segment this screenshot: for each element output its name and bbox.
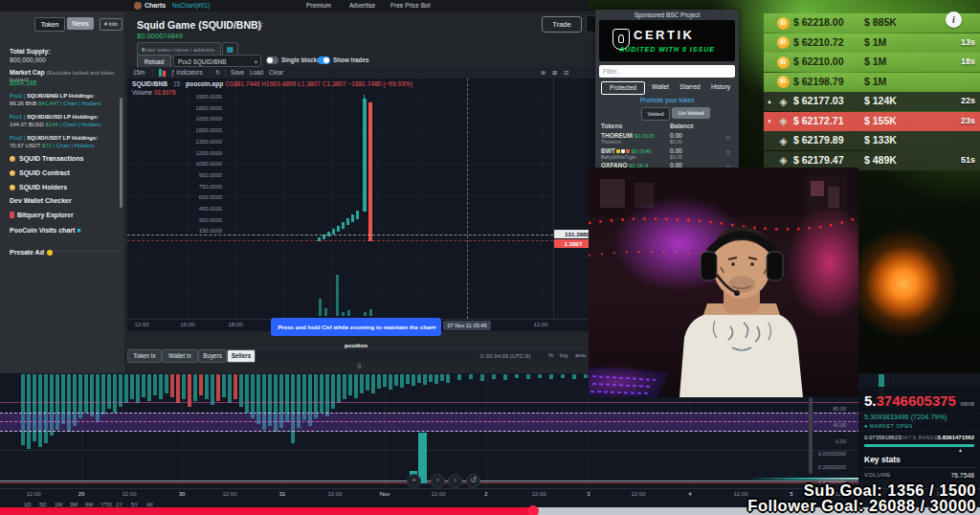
volume-bar	[503, 374, 507, 380]
audited-label: AUDITED WITH 0 ISSUE	[599, 46, 735, 53]
range-marker-icon: ▲	[958, 447, 963, 453]
sidebar-item-visits-chart[interactable]: PooCoin Visits chart ■	[10, 227, 81, 234]
volume-bar	[417, 374, 421, 383]
sidebar-item[interactable]: SQUID Transactions	[10, 155, 83, 162]
tab-news[interactable]: News	[67, 17, 94, 30]
info-icon[interactable]: i	[946, 11, 962, 28]
certik-tab-wallet[interactable]: Wallet	[647, 81, 674, 93]
coin-icon	[777, 36, 790, 49]
volume-bar	[360, 374, 364, 393]
certik-tab-history[interactable]: History	[706, 81, 735, 93]
volume-bar	[406, 374, 410, 384]
volume-bar	[159, 374, 163, 399]
lp-holding: Pcv2 | SQUID/USDT LP Holdings:70.67 USDT…	[10, 134, 122, 149]
network-selector[interactable]: NoChart(#01)	[172, 2, 210, 9]
ticker-row[interactable]: $ 62198.79$ 1M	[764, 73, 980, 92]
star-icon[interactable]: ☆	[725, 134, 731, 142]
filter-input[interactable]: Filter...	[599, 65, 735, 78]
ticker-row[interactable]: $ 62210.72$ 1M13s	[764, 34, 980, 53]
sidebar-item-dev-wallet-checker[interactable]: Dev Wallet Checker	[10, 197, 72, 204]
volume-bar	[526, 374, 530, 379]
webcam-overlay	[589, 168, 858, 397]
volume-bar	[142, 374, 145, 397]
ticker-row[interactable]: $ 62179.89$ 133K	[764, 131, 980, 150]
volume-bar	[389, 374, 392, 390]
certik-tab-starred[interactable]: Starred	[676, 81, 704, 93]
token-row[interactable]: THOREUM $0.0035Thoreum0.00$0.00☆	[601, 132, 733, 146]
sidebar-item[interactable]: SQUID Holders	[10, 184, 67, 190]
chart-nav-button[interactable]: ↺	[466, 474, 480, 488]
certik-panel: Sponsored BSC Project CERTIK AUDITED WIT…	[595, 10, 739, 170]
bitquery-logo-icon	[10, 212, 14, 218]
ticker-row[interactable]: $ 62210.00$ 1M18s	[764, 53, 980, 72]
volume-bar	[561, 374, 565, 378]
chart-nav-button[interactable]: ‹	[431, 474, 445, 488]
chart-nav-button[interactable]: +	[407, 474, 421, 488]
scrollbar[interactable]	[809, 397, 813, 474]
follower-goal: Follower Goal: 26088 / 30000	[747, 498, 976, 513]
volume-bar	[383, 374, 387, 387]
volume-bar	[216, 374, 220, 401]
volume-bar	[101, 374, 105, 414]
axis-tick: 40.00	[833, 422, 846, 428]
sidebar-item-presale-ad[interactable]: Presale Ad	[10, 249, 53, 256]
time-tick: 29	[78, 491, 85, 497]
progress-playhead[interactable]	[527, 505, 539, 515]
big-price: 5.3746605375 WBNB	[864, 392, 974, 409]
coin-icon	[777, 154, 790, 167]
market-status: ● MARKET OPEN	[864, 423, 913, 429]
ticker-row[interactable]: ▼$ 62172.71$ 155K23s	[764, 112, 980, 131]
nav-link-premium[interactable]: Premium	[306, 2, 331, 9]
screen: 12:002912:003012:003112:00Nov12:00212:00…	[0, 0, 980, 515]
sponsored-label: Sponsored BSC Project	[595, 11, 739, 18]
volume-value: 76.7548	[950, 472, 974, 479]
coin-icon	[10, 156, 15, 162]
webcam-scene	[589, 168, 858, 397]
volume-label: VOLUME	[864, 472, 891, 478]
volume-bar	[440, 374, 444, 381]
coin-icon	[10, 170, 15, 176]
certik-tab-protected[interactable]: Protected	[601, 81, 645, 95]
sidebar-scrollbar[interactable]	[120, 98, 122, 208]
time-tick: 2	[484, 491, 487, 497]
time-tick: 31	[279, 491, 286, 497]
time-tick: Nov	[380, 491, 390, 497]
volume-bar	[343, 374, 346, 399]
time-tick: 12:00	[122, 491, 136, 497]
nav-link-free-price-bot[interactable]: Free Price Bot	[390, 2, 431, 9]
token-row[interactable]: BWT $0.0048BabyWhiteTiger0.00$0.00☆	[601, 147, 733, 162]
volume-bar	[348, 374, 352, 395]
volume-bar	[165, 374, 168, 393]
axis-tick: 80.00	[833, 406, 846, 412]
star-icon[interactable]: ☆	[725, 149, 731, 157]
volume-bar	[549, 374, 553, 379]
volume-bar	[371, 374, 375, 393]
volume-bar	[434, 374, 438, 384]
price-ticker-overlay: $ 62218.00$ 885K$ 62210.72$ 1M13s$ 62210…	[764, 13, 980, 170]
vetted-button[interactable]: Vetted	[641, 107, 670, 121]
total-supply-label: Total Supply:	[10, 48, 51, 55]
brand-label[interactable]: Charts	[145, 2, 166, 9]
poocoin-logo-icon[interactable]	[134, 2, 142, 10]
certik-banner[interactable]: CERTIK AUDITED WITH 0 ISSUE	[599, 20, 735, 61]
volume-bar	[429, 374, 433, 382]
volume-bar	[205, 374, 209, 399]
volume-bar	[153, 374, 157, 395]
unvetted-button[interactable]: Un-Vetted	[672, 107, 710, 119]
nav-link-advertise[interactable]: Advertise	[349, 2, 375, 9]
coin-icon	[777, 115, 790, 127]
chart-nav-button[interactable]: ›	[448, 474, 462, 488]
volume-bar	[170, 374, 174, 397]
sidebar-item[interactable]: SQUID Contract	[10, 169, 70, 176]
volume-bar	[193, 374, 197, 401]
ticker-row[interactable]: ▲$ 62177.03$ 124K22s	[764, 92, 980, 111]
tab-token[interactable]: Token	[34, 17, 65, 32]
volume-bar	[21, 374, 25, 445]
time-tick: 12:00	[26, 491, 40, 497]
axis-tick: 0.20000000	[818, 464, 846, 470]
info-button[interactable]: # Info	[100, 18, 122, 31]
sidebar-item-bitquery-explorer[interactable]: Bitquery Explorer	[10, 212, 74, 218]
promote-link[interactable]: Promote your token	[595, 97, 739, 103]
volume-bar	[366, 374, 369, 391]
volume-bar	[182, 374, 186, 399]
